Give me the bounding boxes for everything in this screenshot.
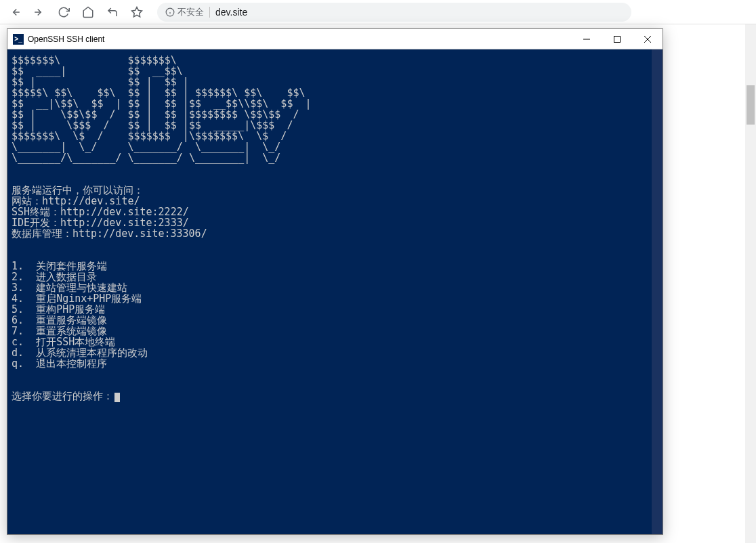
close-icon — [644, 36, 651, 43]
nav-back-button[interactable] — [5, 3, 24, 22]
minimize-button[interactable] — [571, 29, 602, 49]
terminal-window: >_ OpenSSH SSH client $$$$$$$\ $$$$$$$\ … — [7, 28, 663, 535]
page-scrollbar-thumb[interactable] — [747, 85, 755, 125]
terminal-scrollbar[interactable] — [652, 49, 663, 534]
address-bar[interactable]: 不安全 dev.site — [157, 3, 631, 22]
powershell-icon: >_ — [13, 34, 24, 45]
powershell-icon-glyph: >_ — [14, 35, 22, 43]
nav-home-button[interactable] — [79, 3, 98, 22]
maximize-icon — [614, 36, 621, 43]
arrow-left-icon — [9, 6, 21, 18]
home-icon — [82, 6, 94, 18]
url-text: dev.site — [215, 7, 247, 18]
url-divider — [209, 7, 210, 18]
page-scrollbar[interactable] — [745, 24, 756, 543]
maximize-button[interactable] — [602, 29, 632, 49]
svg-rect-7 — [614, 36, 620, 42]
terminal-output: 服务端运行中，你可以访问： 网站：http://dev.site/ SSH终端：… — [12, 163, 660, 402]
nav-forward-button[interactable] — [30, 3, 49, 22]
reload-icon — [58, 6, 70, 18]
close-button[interactable] — [632, 29, 663, 49]
nav-undo-button[interactable] — [103, 3, 122, 22]
nav-bookmark-button[interactable] — [127, 3, 146, 22]
browser-toolbar: 不安全 dev.site — [0, 0, 756, 24]
undo-icon — [106, 6, 119, 18]
insecure-badge: 不安全 — [165, 6, 204, 18]
terminal-body[interactable]: $$$$$$$\ $$$$$$$\ $$ ____| $$ __$$\ $$ |… — [7, 49, 663, 534]
star-icon — [131, 6, 143, 18]
minimize-icon — [583, 36, 590, 43]
window-controls — [571, 29, 663, 49]
window-titlebar[interactable]: >_ OpenSSH SSH client — [7, 29, 663, 49]
terminal-cursor — [114, 393, 120, 402]
arrow-right-icon — [33, 6, 45, 18]
window-title: OpenSSH SSH client — [28, 35, 571, 44]
insecure-label: 不安全 — [177, 6, 204, 18]
info-icon — [165, 7, 175, 17]
nav-reload-button[interactable] — [54, 3, 73, 22]
ascii-art-logo: $$$$$$$\ $$$$$$$\ $$ ____| $$ __$$\ $$ |… — [12, 55, 660, 163]
svg-marker-2 — [132, 7, 142, 16]
